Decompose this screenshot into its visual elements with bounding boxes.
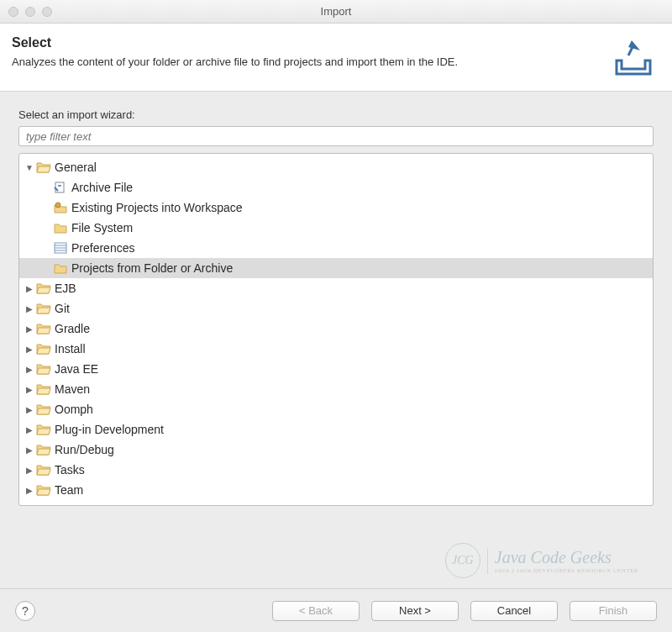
folder-open-icon — [36, 443, 51, 456]
svg-point-3 — [55, 203, 60, 208]
watermark-text: Java Code Geeks — [495, 548, 638, 567]
tree-category-install[interactable]: ▶ Install — [19, 339, 653, 359]
tree-category-plugin-dev[interactable]: ▶ Plug-in Development — [19, 419, 653, 440]
tree-label: Java EE — [55, 362, 98, 376]
filter-input[interactable] — [18, 126, 654, 146]
tree-category-gradle[interactable]: ▶ Gradle — [19, 319, 653, 339]
chevron-right-icon[interactable]: ▶ — [24, 384, 34, 394]
folder-open-icon — [36, 382, 51, 396]
tree-label: Gradle — [55, 322, 90, 335]
folder-open-icon — [36, 282, 51, 295]
folder-open-icon — [36, 161, 51, 174]
tree-label: Install — [55, 342, 86, 356]
folder-open-icon — [36, 322, 51, 335]
page-title: Select — [12, 35, 458, 50]
wizard-footer: ? < Back Next > Cancel Finish — [0, 588, 672, 632]
chevron-right-icon[interactable]: ▶ — [24, 445, 34, 455]
folder-icon — [53, 261, 68, 275]
chevron-right-icon[interactable]: ▶ — [24, 283, 34, 293]
wizard-body: Select an import wizard: ▼ General Archi… — [0, 92, 672, 513]
tree-category-java-ee[interactable]: ▶ Java EE — [19, 359, 653, 379]
folder-open-icon — [36, 403, 51, 416]
import-icon — [603, 35, 657, 81]
tree-label: Tasks — [55, 463, 85, 477]
chevron-right-icon[interactable]: ▶ — [24, 364, 34, 374]
chevron-right-icon[interactable]: ▶ — [24, 424, 34, 434]
chevron-right-icon[interactable]: ▶ — [24, 303, 34, 313]
tree-label: EJB — [55, 282, 76, 295]
window-title: Import — [0, 5, 672, 18]
tree-label: Archive File — [71, 181, 133, 194]
preferences-icon — [53, 241, 68, 255]
tree-item-file-system[interactable]: File System — [19, 218, 653, 238]
tree-label: Plug-in Development — [55, 423, 164, 436]
chevron-right-icon[interactable]: ▶ — [24, 324, 34, 334]
chevron-right-icon[interactable]: ▶ — [24, 404, 34, 414]
tree-category-git[interactable]: ▶ Git — [19, 298, 653, 319]
import-tree[interactable]: ▼ General Archive File Existing Projects… — [18, 153, 654, 506]
tree-label: Run/Debug — [55, 443, 114, 456]
folder-open-icon — [36, 362, 51, 376]
titlebar: Import — [0, 0, 672, 24]
folder-icon — [53, 221, 68, 234]
tree-label: Oomph — [55, 403, 93, 416]
tree-item-preferences[interactable]: Preferences — [19, 238, 653, 258]
tree-category-team[interactable]: ▶ Team — [19, 480, 653, 500]
tree-category-general[interactable]: ▼ General — [19, 157, 653, 177]
finish-button: Finish — [570, 601, 657, 621]
tree-category-maven[interactable]: ▶ Maven — [19, 379, 653, 399]
tree-category-oomph[interactable]: ▶ Oomph — [19, 399, 653, 419]
tree-item-archive-file[interactable]: Archive File — [19, 177, 653, 198]
tree-category-tasks[interactable]: ▶ Tasks — [19, 460, 653, 480]
chevron-down-icon[interactable]: ▼ — [24, 162, 34, 172]
tree-label: Team — [55, 483, 83, 497]
folder-open-icon — [36, 483, 51, 497]
chevron-right-icon[interactable]: ▶ — [24, 485, 34, 495]
svg-rect-2 — [58, 185, 61, 187]
watermark-badge: JCG — [445, 543, 480, 578]
tree-label: General — [55, 161, 97, 174]
tree-label: Projects from Folder or Archive — [71, 261, 233, 275]
tree-category-ejb[interactable]: ▶ EJB — [19, 278, 653, 298]
watermark-subtext: Java 2 Java Developers Resource Center — [495, 567, 638, 574]
cancel-button[interactable]: Cancel — [470, 601, 558, 621]
tree-label: Existing Projects into Workspace — [71, 201, 243, 214]
tree-label: Preferences — [71, 241, 134, 255]
workspace-icon — [53, 201, 68, 214]
tree-label: Maven — [55, 382, 90, 396]
folder-open-icon — [36, 342, 51, 356]
watermark: JCG Java Code Geeks Java 2 Java Develope… — [445, 543, 638, 578]
folder-open-icon — [36, 463, 51, 477]
svg-rect-1 — [55, 182, 64, 192]
archive-icon — [53, 181, 68, 194]
help-button[interactable]: ? — [15, 601, 35, 621]
folder-open-icon — [36, 302, 51, 315]
tree-label: Git — [55, 302, 70, 315]
chevron-right-icon[interactable]: ▶ — [24, 344, 34, 354]
page-description: Analyzes the content of your folder or a… — [12, 55, 458, 68]
tree-item-projects-folder-archive[interactable]: Projects from Folder or Archive — [19, 258, 653, 278]
tree-category-run-debug[interactable]: ▶ Run/Debug — [19, 440, 653, 460]
chevron-right-icon[interactable]: ▶ — [24, 465, 34, 475]
next-button[interactable]: Next > — [371, 601, 459, 621]
wizard-header: Select Analyzes the content of your fold… — [0, 24, 672, 92]
tree-label: File System — [71, 221, 133, 234]
tree-item-existing-projects[interactable]: Existing Projects into Workspace — [19, 198, 653, 218]
back-button: < Back — [272, 601, 360, 621]
folder-open-icon — [36, 423, 51, 436]
wizard-label: Select an import wizard: — [18, 108, 654, 121]
